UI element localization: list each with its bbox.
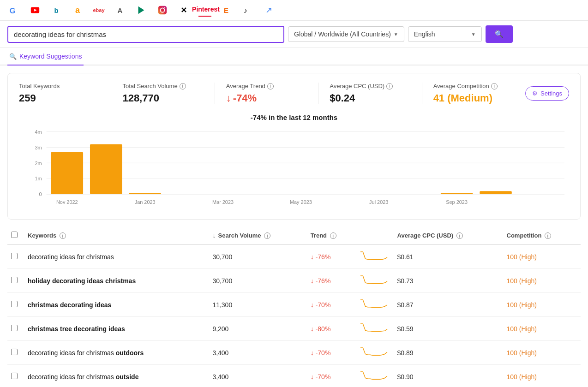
sparkline-svg-3 (360, 322, 388, 333)
tab-keyword-suggestions-label: Keyword Suggestions (19, 53, 82, 60)
tab-search-icon: 🔍 (9, 53, 17, 60)
google-nav-icon[interactable]: G (7, 4, 20, 17)
trend-down-icon-3: ↓ (311, 325, 314, 333)
svg-rect-4 (158, 6, 167, 14)
avg-cpc-col-info-icon[interactable]: i (456, 232, 463, 239)
td-cpc-3: $0.59 (394, 317, 503, 341)
tiktok-nav-icon[interactable]: ♪ (241, 4, 254, 17)
avg-trend-info-icon[interactable]: i (267, 83, 274, 89)
settings-icon: ⚙ (532, 90, 538, 97)
stat-avg-competition: Average Competition i 41 (Medium) (422, 83, 525, 104)
row-checkbox-5[interactable] (11, 373, 18, 379)
search-input[interactable] (14, 30, 278, 38)
th-competition: Competition i (503, 227, 581, 244)
svg-point-6 (164, 7, 165, 8)
td-keyword-2: christmas decorating ideas (24, 293, 209, 317)
trends-nav-icon[interactable]: ↗ (262, 4, 275, 17)
td-volume-2: 11,300 (209, 293, 306, 317)
svg-marker-3 (138, 6, 144, 14)
keywords-table: Keywords i ↓ Search Volume i Trend i Ave… (7, 227, 581, 387)
row-checkbox-1[interactable] (11, 277, 18, 283)
play-nav-icon[interactable] (135, 4, 148, 17)
th-competition-label: Competition (507, 232, 542, 239)
svg-rect-25 (246, 194, 278, 195)
competition-col-info-icon[interactable]: i (545, 232, 551, 239)
etsy-nav-icon[interactable]: E (220, 4, 233, 17)
search-button[interactable]: 🔍 (486, 25, 513, 43)
stats-row: Total Keywords 259 Total Search Volume i… (19, 83, 569, 104)
td-trend-2: ↓ -70% (307, 293, 357, 317)
svg-text:♪: ♪ (244, 6, 247, 14)
bing-nav-icon[interactable]: b (50, 4, 63, 17)
amazon-nav-icon[interactable]: a (71, 4, 84, 17)
svg-rect-24 (207, 194, 239, 195)
row-checkbox-4[interactable] (11, 349, 18, 355)
svg-text:1m: 1m (35, 176, 42, 181)
search-input-wrap[interactable] (7, 26, 284, 43)
language-select[interactable]: English ▼ (408, 26, 482, 42)
trend-down-icon-4: ↓ (311, 349, 314, 357)
avg-cpc-info-icon[interactable]: i (386, 83, 393, 89)
th-avg-cpc-label: Average CPC (USD) (397, 232, 454, 239)
table-row: holiday decorating ideas christmas 30,70… (7, 269, 581, 293)
td-competition-2: 100 (High) (503, 293, 581, 317)
stat-avg-cpc: Average CPC (USD) i $0.24 (318, 83, 421, 104)
svg-rect-30 (441, 193, 473, 194)
total-search-volume-info-icon[interactable]: i (180, 83, 186, 89)
table-row: decorating ideas for christmas outside 3… (7, 365, 581, 387)
chart-svg: 4m 3m 2m 1m 0 (19, 127, 569, 210)
stat-total-search-volume-label: Total Search Volume i (122, 83, 214, 89)
td-competition-4: 100 (High) (503, 341, 581, 365)
sparkline-svg-0 (360, 250, 388, 262)
td-trend-0: ↓ -76% (307, 244, 357, 269)
stat-avg-cpc-value: $0.24 (330, 92, 421, 104)
row-checkbox-3[interactable] (11, 325, 18, 331)
td-sparkline-3 (357, 317, 394, 341)
td-volume-5: 3,400 (209, 365, 306, 387)
instagram-nav-icon[interactable] (156, 4, 169, 17)
youtube-nav-icon[interactable] (29, 4, 42, 17)
td-checkbox-3 (7, 317, 24, 341)
apple-nav-icon[interactable]: A (114, 4, 126, 17)
country-select[interactable]: Global / Worldwide (All Countries) ▼ (288, 26, 404, 42)
language-chevron-icon: ▼ (471, 32, 476, 37)
row-checkbox-2[interactable] (11, 301, 18, 307)
table-row: decorating ideas for christmas outdoors … (7, 341, 581, 365)
stat-avg-trend-label: Average Trend i (226, 83, 318, 89)
td-competition-3: 100 (High) (503, 317, 581, 341)
stat-avg-competition-label: Average Competition i (433, 83, 525, 89)
pinterest-label: Pinterest (192, 6, 220, 13)
twitter-nav-icon[interactable]: ✕ (177, 4, 190, 17)
row-checkbox-0[interactable] (11, 253, 18, 259)
stat-total-keywords-label: Total Keywords (19, 83, 111, 89)
svg-text:4m: 4m (35, 129, 42, 135)
svg-rect-29 (402, 194, 434, 195)
svg-rect-23 (168, 194, 200, 194)
trend-down-icon-5: ↓ (311, 373, 314, 381)
pinterest-nav-icon[interactable]: P Pinterest (198, 4, 211, 17)
td-checkbox-5 (7, 365, 24, 387)
svg-rect-27 (324, 194, 356, 195)
search-volume-col-info-icon[interactable]: i (264, 232, 270, 239)
sparkline-svg-4 (360, 346, 388, 357)
top-nav: G b a ebay A ✕ P Pinterest E ♪ ↗ (0, 0, 588, 21)
stat-avg-competition-value: 41 (Medium) (433, 92, 525, 104)
th-keywords: Keywords i (24, 227, 209, 244)
ebay-nav-icon[interactable]: ebay (92, 4, 105, 17)
trend-down-icon-1: ↓ (311, 277, 314, 285)
stat-total-keywords-value: 259 (19, 92, 111, 104)
tabs-bar: 🔍 Keyword Suggestions (0, 48, 588, 65)
trend-col-info-icon[interactable]: i (330, 232, 336, 239)
td-cpc-4: $0.89 (394, 341, 503, 365)
avg-competition-info-icon[interactable]: i (491, 83, 498, 89)
keywords-col-info-icon[interactable]: i (60, 232, 66, 239)
th-sparkline (357, 227, 394, 244)
table-row: christmas tree decorating ideas 9,200 ↓ … (7, 317, 581, 341)
settings-button[interactable]: ⚙ Settings (525, 86, 569, 101)
tab-keyword-suggestions[interactable]: 🔍 Keyword Suggestions (7, 48, 84, 65)
svg-text:0: 0 (39, 191, 42, 197)
td-checkbox-0 (7, 244, 24, 269)
svg-text:Mar 2023: Mar 2023 (212, 199, 234, 205)
td-volume-0: 30,700 (209, 244, 306, 269)
select-all-checkbox[interactable] (11, 232, 18, 238)
